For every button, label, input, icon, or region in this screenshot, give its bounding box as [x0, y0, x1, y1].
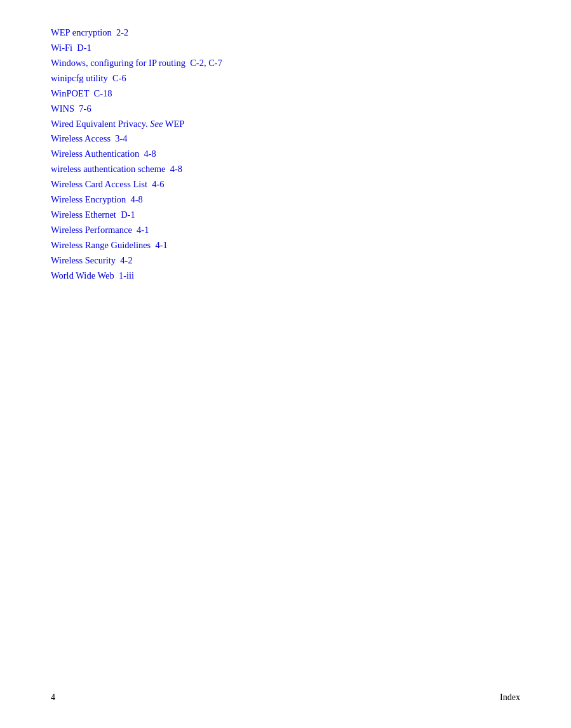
list-item: Wireless Authentication 4-8 — [51, 147, 520, 162]
list-item: Wired Equivalent Privacy. See WEP — [51, 117, 520, 132]
list-item: WEP encryption 2-2 — [51, 25, 520, 41]
list-item: Wi-Fi D-1 — [51, 41, 520, 56]
index-term: Wi-Fi D-1 — [51, 43, 91, 53]
index-term: Wireless Range Guidelines 4-1 — [51, 240, 168, 250]
list-item: Wireless Ethernet D-1 — [51, 208, 520, 223]
index-term: Wireless Authentication 4-8 — [51, 149, 156, 159]
index-term: Wireless Performance 4-1 — [51, 225, 149, 235]
page-content: WEP encryption 2-2Wi-Fi D-1Windows, conf… — [0, 0, 571, 334]
index-term: World Wide Web 1-iii — [51, 270, 134, 281]
index-term: Wired Equivalent Privacy. See WEP — [51, 119, 184, 129]
index-term: Wireless Access 3-4 — [51, 133, 128, 143]
index-term: winipcfg utility C-6 — [51, 73, 126, 83]
index-entries: WEP encryption 2-2Wi-Fi D-1Windows, conf… — [51, 25, 520, 284]
index-term: wireless authentication scheme 4-8 — [51, 164, 182, 174]
index-term: WINS 7-6 — [51, 103, 91, 114]
footer-label: Index — [500, 692, 520, 703]
list-item: Wireless Range Guidelines 4-1 — [51, 238, 520, 253]
footer-page-number: 4 — [51, 692, 55, 703]
index-term: Windows, configuring for IP routing C-2,… — [51, 58, 222, 68]
index-term: Wireless Card Access List 4-6 — [51, 179, 165, 189]
list-item: Wireless Access 3-4 — [51, 131, 520, 147]
index-term: Wireless Security 4-2 — [51, 255, 133, 265]
list-item: Windows, configuring for IP routing C-2,… — [51, 56, 520, 71]
list-item: World Wide Web 1-iii — [51, 268, 520, 284]
index-term: WinPOET C-18 — [51, 88, 112, 98]
index-term: WEP encryption 2-2 — [51, 27, 128, 37]
index-term: Wireless Encryption 4-8 — [51, 194, 143, 204]
list-item: wireless authentication scheme 4-8 — [51, 162, 520, 177]
index-term: Wireless Ethernet D-1 — [51, 209, 135, 220]
list-item: Wireless Security 4-2 — [51, 253, 520, 268]
list-item: Wireless Encryption 4-8 — [51, 192, 520, 208]
list-item: WINS 7-6 — [51, 102, 520, 117]
list-item: WinPOET C-18 — [51, 86, 520, 102]
list-item: winipcfg utility C-6 — [51, 71, 520, 86]
page-footer: 4 Index — [0, 692, 571, 703]
list-item: Wireless Card Access List 4-6 — [51, 177, 520, 192]
list-item: Wireless Performance 4-1 — [51, 223, 520, 238]
